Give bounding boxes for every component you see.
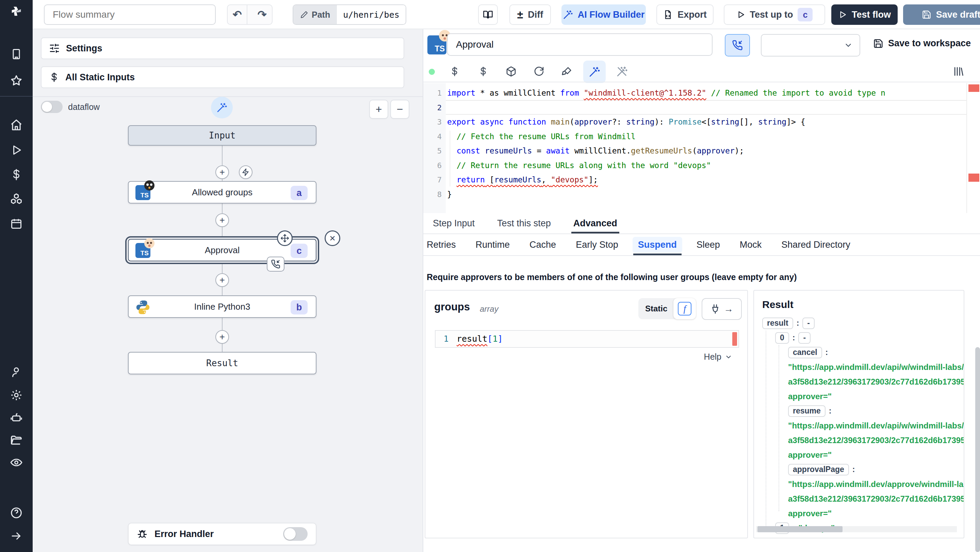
subtab-retries[interactable]: Retries [427, 234, 456, 255]
subtab-runtime[interactable]: Runtime [476, 234, 510, 255]
ai-flow-builder-button[interactable]: AI Flow Builder [562, 5, 646, 25]
help-toggle[interactable]: Help [704, 352, 732, 362]
zoom-in-button[interactable]: + [369, 100, 388, 119]
expand-sidebar-arrow-icon[interactable] [9, 529, 24, 543]
subtab-suspend[interactable]: Suspend [638, 234, 677, 255]
result-key-cancel[interactable]: cancel: [754, 345, 964, 360]
kind-select-dropdown[interactable] [761, 34, 860, 56]
result-key-0[interactable]: 0:- [754, 331, 964, 345]
groups-expression-input[interactable]: 1 result[1] [435, 330, 739, 348]
pencil-icon [300, 11, 308, 19]
sidebar-divider [0, 96, 33, 97]
panel-scrollbar[interactable] [975, 347, 980, 552]
subtab-mock[interactable]: Mock [740, 234, 762, 255]
static-inputs-dollar-icon[interactable] [445, 62, 464, 81]
delete-node-button[interactable]: × [325, 231, 340, 246]
help-icon[interactable] [9, 506, 24, 520]
subtab-cache[interactable]: Cache [530, 234, 556, 255]
ai-wand-off-icon[interactable] [612, 62, 632, 81]
export-label: Export [678, 10, 707, 20]
error-handler-toggle[interactable] [283, 527, 308, 541]
graph-node-input[interactable]: Input [128, 125, 317, 146]
all-static-inputs-card[interactable]: All Static Inputs [41, 66, 404, 88]
ai-assist-wand-button[interactable] [583, 60, 606, 83]
windmill-logo[interactable] [9, 4, 24, 18]
result-value-line: approver=" [754, 447, 964, 462]
path-control[interactable]: Path u/henri/bes [293, 5, 406, 25]
test-flow-button[interactable]: Test flow [831, 5, 898, 25]
tab-step-input[interactable]: Step Input [433, 213, 475, 234]
error-handler-card[interactable]: Error Handler [128, 523, 317, 545]
home-icon[interactable] [9, 118, 24, 132]
code-editor[interactable]: 1import * as wmillClient from "windmill-… [423, 83, 980, 213]
suspend-phone-button[interactable] [725, 34, 750, 56]
users-icon[interactable] [9, 365, 24, 379]
favorites-star-icon[interactable] [9, 73, 24, 88]
diff-button[interactable]: ± Diff [509, 5, 551, 25]
subtab-sleep[interactable]: Sleep [697, 234, 720, 255]
static-function-toggle[interactable]: Static f [638, 298, 696, 319]
tab-test-this-step[interactable]: Test this step [497, 213, 551, 234]
export-button[interactable]: Export [656, 5, 714, 25]
undo-button[interactable]: ↶ [228, 5, 247, 24]
runs-play-icon[interactable] [9, 143, 24, 157]
static-label: Static [645, 304, 667, 313]
save-to-workspace-button[interactable]: Save to workspace [873, 38, 971, 49]
result-value-line: "https://app.windmill.dev/approve/windmi… [754, 477, 964, 492]
step-name-input[interactable] [447, 33, 713, 56]
typescript-chip: TS [427, 35, 447, 54]
result-panel: Result result:-0:-cancel:"https://app.wi… [753, 290, 964, 538]
suspend-phone-incoming-badge[interactable] [267, 257, 285, 272]
zoom-out-button[interactable]: − [390, 100, 409, 119]
connect-input-plug-button[interactable]: → [702, 298, 742, 320]
save-icon [873, 38, 883, 49]
result-key-resume[interactable]: resume: [754, 404, 964, 418]
workers-robot-icon[interactable] [9, 410, 24, 425]
editor-minimap[interactable] [966, 83, 980, 213]
path-value[interactable]: u/henri/bes [337, 5, 406, 24]
horizontal-scrollbar[interactable] [756, 526, 957, 532]
docs-button[interactable] [478, 5, 498, 25]
reload-icon[interactable] [530, 62, 549, 81]
variables-dollar-icon[interactable] [9, 167, 24, 182]
format-brush-icon[interactable] [557, 62, 576, 81]
flow-summary-input[interactable] [44, 5, 216, 25]
add-step-button[interactable]: + [215, 273, 229, 287]
resources-boxes-icon[interactable] [9, 192, 24, 206]
schedules-calendar-icon[interactable] [9, 216, 24, 231]
dollar-icon [49, 72, 59, 82]
move-node-handle[interactable] [277, 231, 293, 246]
folders-icon[interactable] [9, 433, 24, 447]
diff-label: Diff [528, 10, 543, 20]
save-draft-button[interactable]: Save draft C [903, 5, 980, 25]
library-icon[interactable] [949, 62, 968, 81]
subtab-early-stop[interactable]: Early Stop [576, 234, 618, 255]
add-step-button[interactable]: + [215, 330, 229, 344]
settings-gear-icon[interactable] [9, 388, 24, 402]
variables-dollar-icon[interactable] [474, 62, 493, 81]
dataflow-toggle[interactable] [41, 101, 63, 113]
collapse-button[interactable]: - [802, 318, 815, 329]
subtab-shared-directory[interactable]: Shared Directory [781, 234, 850, 255]
tab-advanced[interactable]: Advanced [573, 213, 617, 234]
audit-eye-icon[interactable] [9, 455, 24, 470]
result-key-result[interactable]: result:- [754, 316, 964, 331]
graph-node-allowed-groups[interactable]: TS Allowed groups a [128, 181, 317, 204]
graph-node-result[interactable]: Result [128, 352, 317, 374]
function-toggle-segment[interactable]: f [673, 298, 696, 319]
test-up-to-button[interactable]: Test up to c [724, 5, 825, 25]
redo-button[interactable]: ↷ [252, 5, 272, 24]
path-label: Path [312, 10, 330, 20]
result-key-approvalpage[interactable]: approvalPage: [754, 462, 964, 477]
workspace-icon[interactable] [9, 47, 24, 61]
settings-card[interactable]: Settings [41, 37, 404, 59]
step-id-badge: a [291, 186, 308, 200]
add-trigger-bolt-button[interactable] [239, 165, 253, 179]
ai-assist-wand-button[interactable] [211, 97, 233, 118]
package-icon[interactable] [501, 62, 520, 81]
graph-node-inline-python[interactable]: Inline Python3 b [128, 295, 317, 318]
collapse-button[interactable]: - [798, 332, 811, 344]
play-icon [838, 10, 847, 19]
add-step-button[interactable]: + [215, 165, 229, 179]
add-step-button[interactable]: + [215, 213, 229, 227]
